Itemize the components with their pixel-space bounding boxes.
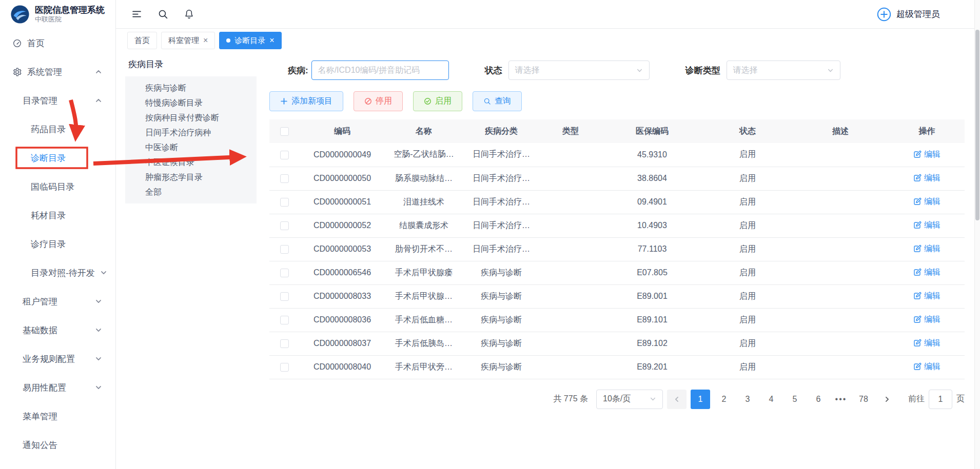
search-icon[interactable]: [158, 9, 168, 19]
sidebar-item-tenant-management[interactable]: 租户管理: [0, 287, 115, 316]
edit-button[interactable]: 编辑: [913, 196, 940, 207]
chevron-down-icon: [100, 269, 107, 276]
row-checkbox[interactable]: [280, 339, 289, 348]
cell-code: CD0000008036: [299, 308, 385, 332]
cell-category: 日间手术治疗…: [462, 167, 540, 190]
page-button-1[interactable]: 1: [691, 390, 710, 409]
sidebar-item-system-management[interactable]: 系统管理: [0, 57, 115, 86]
sidebar-item-usability-config[interactable]: 易用性配置: [0, 373, 115, 402]
row-checkbox[interactable]: [280, 245, 289, 254]
chevron-down-icon: [95, 298, 102, 305]
sidebar-item-catalog-mapping[interactable]: 目录对照-待开发: [0, 258, 115, 287]
edit-button[interactable]: 编辑: [913, 149, 940, 160]
user-menu[interactable]: 超级管理员: [877, 7, 940, 22]
query-button[interactable]: 查询: [473, 91, 522, 111]
edit-icon: [913, 315, 922, 323]
sidebar-item-catalog-management[interactable]: 目录管理: [0, 86, 115, 115]
enable-button[interactable]: 启用: [413, 91, 462, 111]
next-page-button[interactable]: [877, 390, 897, 409]
sidebar-item-treatment-catalog[interactable]: 诊疗目录: [0, 230, 115, 258]
row-checkbox[interactable]: [280, 221, 289, 230]
cell-name: 空肠-乙状结肠…: [385, 143, 462, 167]
tab-department-management[interactable]: 科室管理 ×: [161, 32, 215, 49]
page-button-3[interactable]: 3: [738, 390, 757, 409]
edit-button[interactable]: 编辑: [913, 220, 940, 231]
edit-button[interactable]: 编辑: [913, 173, 940, 183]
catalog-item[interactable]: 日间手术治疗病种: [125, 125, 257, 140]
page-button-4[interactable]: 4: [761, 390, 781, 409]
sidebar-item-home[interactable]: 首页: [0, 29, 115, 57]
total-count: 共 775 条: [553, 394, 588, 404]
sidebar-item-menu-management[interactable]: 菜单管理: [0, 402, 115, 431]
row-checkbox[interactable]: [280, 198, 289, 207]
sidebar-item-business-rules[interactable]: 业务规则配置: [0, 344, 115, 373]
page-button-2[interactable]: 2: [714, 390, 734, 409]
catalog-item[interactable]: 全部: [125, 185, 257, 199]
status-select[interactable]: 请选择: [508, 60, 650, 80]
prev-page-button[interactable]: [667, 390, 687, 409]
select-all-checkbox[interactable]: [280, 127, 289, 136]
table-row: CD0000000052 结膜囊成形术 日间手术治疗… 10.4903 启用 编…: [269, 214, 965, 237]
row-checkbox[interactable]: [280, 363, 289, 372]
close-icon[interactable]: ×: [203, 36, 208, 45]
select-placeholder: 请选择: [733, 65, 758, 76]
bell-icon[interactable]: [184, 9, 194, 19]
cell-insurance-code: E89.102: [601, 332, 703, 355]
cell-status: 启用: [703, 190, 792, 214]
edit-button[interactable]: 编辑: [913, 267, 940, 278]
scrollbar-thumb[interactable]: [975, 30, 979, 220]
table-row: CD0000008033 手术后甲状腺… 疾病与诊断 E89.001 启用 编辑: [269, 284, 965, 308]
edit-button[interactable]: 编辑: [913, 243, 940, 254]
cell-category: 疾病与诊断: [462, 355, 540, 379]
cell-description: [792, 214, 889, 237]
edit-button[interactable]: 编辑: [913, 291, 940, 301]
cell-status: 启用: [703, 214, 792, 237]
page-button-6[interactable]: 6: [809, 390, 828, 409]
page-size-select[interactable]: 10条/页: [596, 390, 663, 409]
row-checkbox[interactable]: [280, 316, 289, 324]
page-button-5[interactable]: 5: [785, 390, 805, 409]
cell-code: CD0000000051: [299, 190, 385, 214]
sidebar-item-national-code-catalog[interactable]: 国临码目录: [0, 172, 115, 201]
disease-search-input[interactable]: [311, 60, 449, 80]
catalog-item[interactable]: 中医证候目录: [125, 155, 257, 170]
active-tab-dot: [226, 38, 230, 43]
catalog-item[interactable]: 中医诊断: [125, 140, 257, 155]
sidebar-item-consumables-catalog[interactable]: 耗材目录: [0, 201, 115, 230]
catalog-item[interactable]: 特慢病诊断目录: [125, 95, 257, 110]
tab-home[interactable]: 首页: [127, 32, 157, 49]
cell-code: CD0000008037: [299, 332, 385, 355]
cell-category: 疾病与诊断: [462, 308, 540, 332]
edit-button[interactable]: 编辑: [913, 314, 940, 325]
collapse-menu-icon[interactable]: [131, 9, 142, 19]
row-checkbox[interactable]: [280, 292, 289, 301]
cell-insurance-code: E89.201: [601, 355, 703, 379]
sidebar-item-notice[interactable]: 通知公告: [0, 431, 115, 459]
row-checkbox[interactable]: [280, 269, 289, 277]
diagnosis-type-select[interactable]: 请选择: [727, 60, 840, 80]
edit-button[interactable]: 编辑: [913, 338, 940, 349]
add-item-button[interactable]: 添加新项目: [269, 91, 343, 111]
cell-name: 结膜囊成形术: [385, 214, 462, 237]
cell-category: 日间手术治疗…: [462, 190, 540, 214]
row-checkbox[interactable]: [280, 151, 289, 159]
tab-diagnosis-catalog[interactable]: 诊断目录 ×: [219, 32, 281, 49]
scrollbar-track[interactable]: [974, 0, 980, 469]
sidebar-item-diagnosis-catalog[interactable]: 诊断目录: [0, 144, 115, 172]
edit-icon: [913, 362, 922, 371]
row-checkbox[interactable]: [280, 174, 289, 183]
edit-button[interactable]: 编辑: [913, 361, 940, 372]
catalog-item[interactable]: 肿瘤形态学目录: [125, 170, 257, 185]
page-button-78[interactable]: 78: [854, 390, 873, 409]
sidebar-item-basic-data[interactable]: 基础数据: [0, 316, 115, 344]
catalog-item[interactable]: 疾病与诊断: [125, 80, 257, 95]
catalog-item[interactable]: 按病种目录付费诊断: [125, 110, 257, 125]
cell-name: 肋骨切开术不…: [385, 237, 462, 261]
close-icon[interactable]: ×: [269, 36, 274, 45]
sidebar-item-drug-catalog[interactable]: 药品目录: [0, 115, 115, 144]
table-row: CD0000000053 肋骨切开术不… 日间手术治疗… 77.1103 启用 …: [269, 237, 965, 261]
disable-button[interactable]: 停用: [354, 91, 403, 111]
more-pages-ellipsis[interactable]: •••: [832, 395, 850, 404]
cell-insurance-code: 77.1103: [601, 237, 703, 261]
goto-page-input[interactable]: [929, 390, 952, 409]
